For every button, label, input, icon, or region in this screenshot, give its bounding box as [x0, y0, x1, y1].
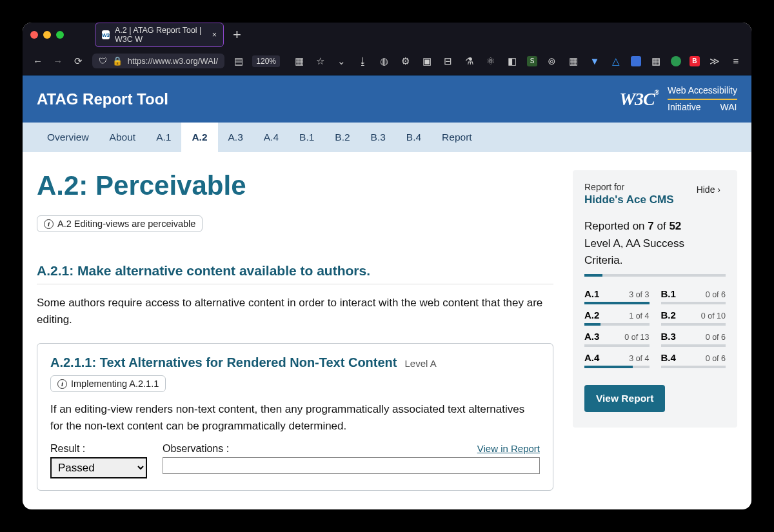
view-report-button[interactable]: View Report: [584, 385, 665, 412]
report-panel: Hide › Report for Hidde's Ace CMS Report…: [573, 170, 737, 428]
ext-icon-10[interactable]: ▼: [588, 55, 601, 66]
nav-overview[interactable]: Overview: [37, 123, 99, 152]
page-content: A.2: Perceivable i A.2 Editing-views are…: [23, 152, 751, 509]
progress-b3[interactable]: B.30 of 6: [661, 331, 726, 347]
ext-icon-3[interactable]: ▣: [421, 55, 433, 67]
reader-icon[interactable]: ▤: [232, 55, 244, 67]
new-tab-button[interactable]: +: [233, 26, 241, 43]
ext-icon-7[interactable]: ◧: [506, 55, 519, 67]
reload-icon[interactable]: ⟳: [72, 55, 84, 67]
ext-icon-12[interactable]: [631, 56, 641, 66]
nav-b2[interactable]: B.2: [324, 123, 360, 152]
maximize-dot[interactable]: [56, 31, 64, 39]
reported-summary: Reported on 7 of 52 Level A, AA Success …: [584, 218, 726, 269]
forward-icon[interactable]: →: [52, 55, 64, 66]
main-nav: OverviewAboutA.1A.2A.3A.4B.1B.2B.3B.4Rep…: [23, 123, 751, 152]
info-icon: i: [57, 379, 67, 389]
ext-icon-13[interactable]: ▦: [650, 55, 662, 67]
nav-report[interactable]: Report: [432, 123, 482, 152]
progress-b1[interactable]: B.10 of 6: [661, 288, 726, 304]
wai-line1: Web Accessibility: [668, 84, 737, 97]
pocket-icon[interactable]: ⌄: [335, 55, 348, 67]
ext-icon-5[interactable]: ⚗: [463, 55, 476, 67]
close-dot[interactable]: [30, 31, 38, 39]
url-text: https://www.w3.org/WAI/: [128, 56, 218, 66]
criterion-level: Level A: [405, 358, 437, 369]
ext-icon-2[interactable]: ◍: [378, 55, 391, 67]
ext-icon-11[interactable]: △: [610, 55, 622, 67]
url-bar[interactable]: 🛡 🔒 https://www.w3.org/WAI/: [92, 54, 224, 68]
progress-b4[interactable]: B.40 of 6: [661, 352, 726, 368]
progress-a2[interactable]: A.21 of 4: [584, 310, 650, 326]
nav-about[interactable]: About: [99, 123, 146, 152]
shield-icon: 🛡: [99, 56, 107, 66]
nav-b1[interactable]: B.1: [289, 123, 324, 152]
page-header: ATAG Report Tool W3C® Web Accessibility …: [23, 75, 751, 123]
browser-window: W3 A.2 | ATAG Report Tool | W3C W × + ← …: [23, 23, 751, 509]
observations-field: Observations : View in Report: [163, 443, 540, 477]
criterion-title: A.2.1.1: Text Alternatives for Rendered …: [50, 355, 540, 370]
menu-icon[interactable]: ≡: [729, 55, 742, 66]
hide-panel-button[interactable]: Hide ›: [691, 182, 726, 197]
nav-b3[interactable]: B.3: [361, 123, 396, 152]
observations-input[interactable]: [163, 457, 540, 474]
browser-tab[interactable]: W3 A.2 | ATAG Report Tool | W3C W ×: [95, 23, 224, 47]
result-field: Result : Passed: [50, 443, 147, 478]
nav-a2[interactable]: A.2: [181, 123, 217, 152]
progress-a4[interactable]: A.43 of 4: [584, 352, 650, 368]
gear-icon[interactable]: ⚙: [399, 55, 412, 67]
app-title: ATAG Report Tool: [37, 90, 168, 108]
criterion-form: Result : Passed Observations : View in R…: [50, 443, 540, 478]
observations-label: Observations :: [163, 443, 229, 455]
info-icon: i: [44, 219, 54, 229]
ext-icon-s[interactable]: S: [527, 56, 537, 66]
tab-title: A.2 | ATAG Report Tool | W3C W: [115, 26, 204, 44]
page-title: A.2: Perceivable: [37, 170, 553, 201]
hide-label: Hide: [697, 184, 715, 195]
zoom-indicator[interactable]: 120%: [252, 55, 280, 67]
section-desc: Some authors require access to alternati…: [37, 295, 553, 328]
info-chip[interactable]: i A.2 Editing-views are perceivable: [37, 215, 203, 232]
nav-a3[interactable]: A.3: [218, 123, 253, 152]
progress-a1[interactable]: A.13 of 3: [584, 288, 650, 304]
view-in-report-link[interactable]: View in Report: [477, 443, 540, 454]
progress-b2[interactable]: B.20 of 10: [661, 310, 726, 326]
wai-initiative: Initiative: [668, 101, 700, 114]
wai-short: WAI: [720, 101, 737, 114]
w3c-logo: W3C®: [619, 89, 659, 110]
result-label: Result :: [50, 443, 147, 455]
tab-close-icon[interactable]: ×: [212, 30, 217, 39]
result-select[interactable]: Passed: [50, 457, 147, 478]
star-icon[interactable]: ☆: [314, 55, 327, 67]
nav-b4[interactable]: B.4: [396, 123, 432, 152]
ext-icon-9[interactable]: ▦: [567, 55, 580, 67]
browser-toolbar: ← → ⟳ 🛡 🔒 https://www.w3.org/WAI/ ▤ 120%…: [23, 47, 751, 75]
implementing-chip-label: Implementing A.2.1.1: [71, 379, 159, 389]
ext-icon-b[interactable]: B: [690, 56, 700, 66]
back-icon[interactable]: ←: [32, 55, 44, 66]
section-heading: A.2.1: Make alternative content availabl…: [37, 263, 553, 284]
wai-label: Web Accessibility Initiative WAI: [668, 84, 737, 113]
ext-icon-1[interactable]: ▦: [293, 55, 306, 67]
progress-a3[interactable]: A.30 of 13: [584, 331, 650, 347]
overflow-icon[interactable]: ≫: [708, 55, 721, 67]
lock-icon: 🔒: [112, 56, 123, 66]
nav-a4[interactable]: A.4: [253, 123, 289, 152]
nav-a1[interactable]: A.1: [146, 123, 181, 152]
criterion-card: A.2.1.1: Text Alternatives for Rendered …: [37, 343, 553, 491]
ext-icon-4[interactable]: ⊟: [442, 55, 455, 67]
window-controls[interactable]: [30, 31, 64, 39]
ext-icon-14[interactable]: [671, 56, 681, 66]
minimize-dot[interactable]: [43, 31, 51, 39]
overall-progress-bar: [584, 274, 726, 277]
w3c-branding: W3C® Web Accessibility Initiative WAI: [619, 84, 737, 113]
criterion-body: If an editing-view renders non-text cont…: [50, 401, 540, 434]
ext-icon-8[interactable]: ⊚: [546, 55, 559, 67]
download-icon[interactable]: ⭳: [357, 55, 370, 66]
toolbar-right: ▦ ☆ ⌄ ⭳ ◍ ⚙ ▣ ⊟ ⚗ ⚛ ◧ S ⊚ ▦ ▼ △ ▦ B ≫ ≡: [293, 55, 742, 67]
progress-grid: A.13 of 3B.10 of 6A.21 of 4B.20 of 10A.3…: [584, 288, 726, 368]
ext-icon-6[interactable]: ⚛: [484, 55, 497, 67]
favicon: W3: [102, 30, 110, 39]
implementing-chip[interactable]: i Implementing A.2.1.1: [50, 375, 166, 392]
criterion-title-text: A.2.1.1: Text Alternatives for Rendered …: [50, 355, 397, 370]
